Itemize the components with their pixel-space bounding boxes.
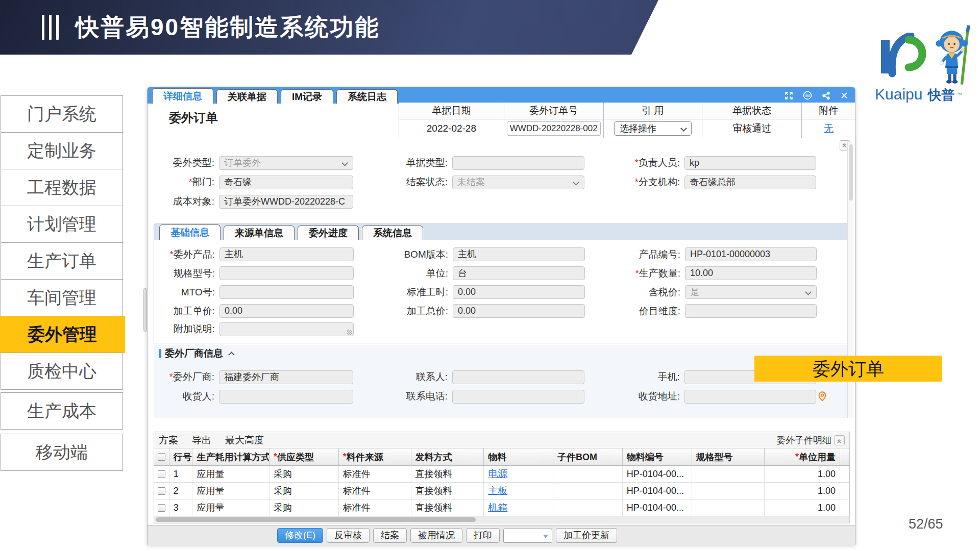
tab-outsourcing-progress[interactable]: 委外进度 bbox=[298, 226, 359, 240]
location-pin-icon[interactable] bbox=[818, 391, 827, 402]
mto-label: MTO号: bbox=[154, 286, 219, 299]
note-textarea[interactable] bbox=[219, 322, 354, 336]
tab-im-records[interactable]: IM记录 bbox=[281, 89, 333, 104]
attachment-link[interactable]: 无 bbox=[824, 122, 834, 135]
sidebar-item-quality-center[interactable]: 质检中心 bbox=[1, 353, 123, 390]
svg-text:IM: IM bbox=[805, 93, 810, 98]
tab-system-info[interactable]: 系统信息 bbox=[362, 226, 423, 240]
scheme-button[interactable]: 方案 bbox=[159, 434, 178, 447]
weiwai-type-select[interactable]: 订单委外 bbox=[219, 156, 353, 170]
reference-action-select[interactable]: 选择操作 bbox=[614, 121, 692, 136]
table-row: 3 应用量 采购 标准件 直接领料 机箱 HP-0104-00... 1.00 bbox=[154, 499, 850, 516]
unapprove-button[interactable]: 反审核 bbox=[327, 528, 370, 543]
resize-handle[interactable] bbox=[347, 330, 352, 335]
material-link[interactable]: 机箱 bbox=[488, 501, 507, 514]
close-icon[interactable]: ✕ bbox=[840, 90, 848, 102]
tab-basic-info[interactable]: 基础信息 bbox=[159, 224, 220, 240]
close-status-select[interactable]: 未结案 bbox=[452, 176, 584, 189]
mobile-label: 手机: bbox=[584, 370, 684, 384]
collapse-vendor-icon[interactable] bbox=[228, 352, 235, 358]
usage-status-button[interactable]: 被用情况 bbox=[410, 528, 462, 543]
cost-object-input[interactable]: 订单委外WWDD-20220228-C bbox=[219, 195, 353, 209]
product-input[interactable]: 主机 bbox=[219, 247, 354, 261]
row-checkbox[interactable] bbox=[158, 487, 165, 495]
collapse-grid-button[interactable]: « bbox=[835, 435, 845, 445]
spec-input[interactable] bbox=[219, 266, 354, 280]
share-icon[interactable] bbox=[822, 91, 830, 100]
bom-version-input[interactable]: 主机 bbox=[453, 247, 585, 261]
material-link[interactable]: 主板 bbox=[488, 484, 507, 497]
sidebar-item-engineering-data[interactable]: 工程数据 bbox=[1, 169, 123, 206]
update-process-price-button[interactable]: 加工价更新 bbox=[556, 528, 617, 543]
im-chat-icon[interactable]: IM bbox=[803, 91, 812, 100]
receiver-label: 收货人: bbox=[154, 390, 219, 403]
slide-banner: 快普易90智能制造系统功能 bbox=[0, 0, 980, 55]
product-no-input[interactable]: HP-0101-00000003 bbox=[685, 247, 817, 261]
owner-input[interactable]: kp bbox=[684, 156, 816, 170]
row-checkbox[interactable] bbox=[158, 504, 165, 512]
qty-input[interactable]: 10.00 bbox=[685, 266, 817, 280]
basic-info-panel: *委外产品: 主机 BOM版本: 主机 产品编号: HP-0101-000000… bbox=[154, 240, 850, 343]
dept-input[interactable]: 奇石缘 bbox=[219, 176, 353, 189]
close-case-button[interactable]: 结案 bbox=[373, 528, 407, 543]
std-hours-input[interactable]: 0.00 bbox=[453, 285, 585, 299]
material-link[interactable]: 电源 bbox=[488, 467, 507, 481]
branch-label: *分支机构: bbox=[584, 176, 684, 189]
mto-input[interactable] bbox=[219, 285, 354, 299]
address-label: 收货地址: bbox=[584, 390, 684, 403]
sidebar-item-mobile[interactable]: 移动端 bbox=[1, 434, 123, 471]
vendor-section-title: 委外厂商信息 bbox=[165, 347, 223, 360]
print-button[interactable]: 打印 bbox=[466, 528, 500, 543]
tab-source-doc-info[interactable]: 来源单信息 bbox=[224, 226, 295, 240]
unit-price-input[interactable]: 0.00 bbox=[219, 304, 354, 318]
logo-trademark: ™ bbox=[957, 91, 962, 97]
hscrollbar-thumb[interactable] bbox=[156, 517, 476, 522]
select-all-checkbox[interactable] bbox=[158, 453, 165, 461]
address-input[interactable] bbox=[684, 390, 816, 404]
slide-title: 快普易90智能制造系统功能 bbox=[76, 0, 380, 55]
tab-related-docs[interactable]: 关联单据 bbox=[216, 89, 278, 104]
receiver-input[interactable] bbox=[219, 390, 353, 404]
sidebar-item-portal[interactable]: 门户系统 bbox=[1, 95, 123, 133]
unit-input[interactable]: 台 bbox=[453, 266, 585, 280]
tax-price-select[interactable]: 是 bbox=[685, 285, 817, 299]
branch-input[interactable]: 奇石缘总部 bbox=[684, 176, 816, 189]
unit-label: 单位: bbox=[354, 267, 453, 280]
row-checkbox[interactable] bbox=[158, 470, 165, 478]
price-dim-input[interactable] bbox=[685, 304, 817, 318]
sidebar-item-workshop[interactable]: 车间管理 bbox=[1, 279, 123, 316]
footer-dropdown[interactable] bbox=[503, 529, 552, 543]
panel-splitter-handle[interactable] bbox=[143, 288, 147, 332]
std-hours-label: 标准工时: bbox=[354, 286, 453, 299]
fullscreen-icon[interactable] bbox=[785, 91, 793, 100]
sidebar-item-custom-business[interactable]: 定制业务 bbox=[1, 132, 123, 169]
max-height-button[interactable]: 最大高度 bbox=[225, 434, 264, 447]
header-col-order-no: 委外订单号 bbox=[504, 103, 604, 119]
contact-input[interactable] bbox=[452, 370, 584, 384]
sidebar-item-production-cost[interactable]: 生产成本 bbox=[1, 392, 123, 430]
col-calc-method: 生产耗用计算方式 bbox=[192, 448, 270, 465]
doc-type-input[interactable] bbox=[452, 156, 584, 170]
sidebar-item-plan-management[interactable]: 计划管理 bbox=[1, 206, 123, 243]
sidebar-item-production-order[interactable]: 生产订单 bbox=[1, 242, 123, 280]
vendor-input[interactable]: 福建委外厂商 bbox=[219, 370, 353, 384]
export-button[interactable]: 导出 bbox=[192, 434, 211, 447]
logo-wordmark: Kuaipu 快普 ™ bbox=[875, 86, 962, 104]
banner-bars-icon bbox=[42, 15, 59, 40]
total-price-input[interactable]: 0.00 bbox=[453, 304, 585, 318]
phone-input[interactable] bbox=[452, 390, 584, 404]
order-top-form: 委外类型: 订单委外 单据类型: *负责人员: kp *部门: 奇石缘 结案状态… bbox=[148, 153, 855, 211]
header-col-attachment: 附件 bbox=[802, 103, 856, 119]
grid-hscrollbar[interactable] bbox=[154, 516, 850, 523]
sidebar-item-outsourcing[interactable]: 委外管理 bbox=[0, 316, 125, 353]
header-col-reference: 引 用 bbox=[604, 103, 703, 119]
tab-system-log[interactable]: 系统日志 bbox=[336, 89, 398, 104]
order-no-input[interactable]: WWDD-20220228-002 bbox=[507, 121, 601, 136]
total-price-label: 加工总价: bbox=[354, 305, 453, 318]
col-material-source: *料件来源 bbox=[339, 448, 411, 465]
tab-detail-info[interactable]: 详细信息 bbox=[152, 88, 213, 104]
product-label: *委外产品: bbox=[154, 248, 219, 261]
doc-status-value: 审核通过 bbox=[732, 122, 771, 135]
vscrollbar-thumb[interactable] bbox=[849, 144, 853, 201]
modify-button[interactable]: 修改(E) bbox=[277, 528, 323, 543]
